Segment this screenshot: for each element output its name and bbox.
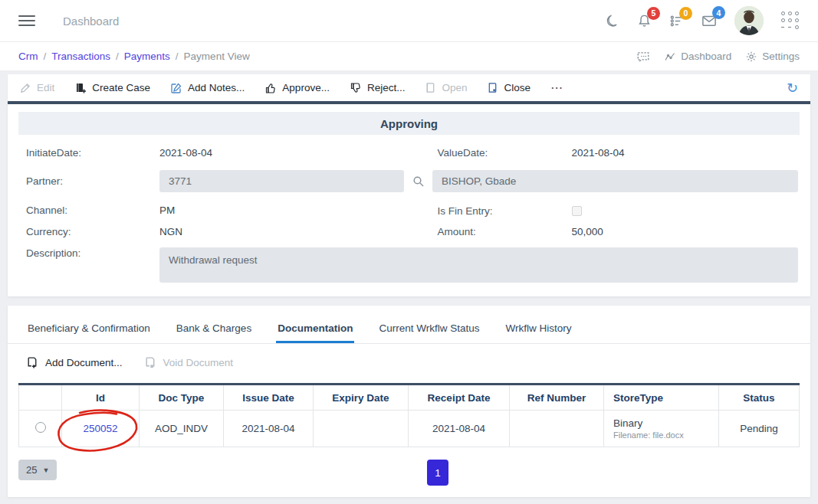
add-notes-button[interactable]: Add Notes... xyxy=(170,82,245,94)
cell-receipt-date: 2021-08-04 xyxy=(409,411,510,447)
pencil-icon xyxy=(20,82,31,93)
bell-badge: 5 xyxy=(647,7,660,20)
dashboard-link[interactable]: Dashboard xyxy=(664,51,731,63)
reject-button-label: Reject... xyxy=(367,82,406,93)
mail-badge: 4 xyxy=(712,6,725,19)
description-textarea[interactable]: Withdrawal request xyxy=(159,247,798,283)
currency-label: Currency: xyxy=(26,226,159,237)
notifications-bell-icon[interactable]: 5 xyxy=(637,14,652,28)
tab-current-wrkflw-status[interactable]: Current Wrkflw Status xyxy=(377,306,481,343)
cell-status: Pending xyxy=(719,411,800,447)
refresh-icon[interactable]: ↻ xyxy=(787,81,798,95)
void-document-button-label: Void Document xyxy=(163,357,234,368)
tab-strip: Beneficiary & Confirmation Bank & Charge… xyxy=(8,306,810,344)
mail-envelope-icon[interactable]: 4 xyxy=(701,13,717,28)
value-date-value: 2021-08-04 xyxy=(572,147,625,159)
thumbs-down-icon xyxy=(350,82,362,94)
col-header-store-type: StoreType xyxy=(604,385,719,411)
initiate-date-value: 2021-08-04 xyxy=(159,147,212,159)
col-header-doc-type: Doc Type xyxy=(140,385,224,411)
trend-chart-icon xyxy=(664,51,676,63)
document-plus-icon xyxy=(26,356,39,369)
col-header-receipt-date: Receipt Date xyxy=(409,385,510,411)
tab-documentation[interactable]: Documentation xyxy=(276,306,354,343)
gear-icon xyxy=(745,51,757,63)
currency-value: NGN xyxy=(159,226,182,237)
detail-tabs-card: Beneficiary & Confirmation Bank & Charge… xyxy=(8,306,810,497)
dark-mode-moon-icon[interactable] xyxy=(606,14,619,28)
tab-wrkflw-history[interactable]: Wrkflw History xyxy=(504,306,573,343)
open-button[interactable]: Open xyxy=(425,82,467,93)
initiate-date-label: InitiateDate: xyxy=(26,147,159,159)
row-select-radio[interactable] xyxy=(35,422,46,433)
page-size-value: 25 xyxy=(26,464,37,476)
breadcrumb: Crm / Transactions / Payments / Payment … xyxy=(0,42,818,71)
settings-link[interactable]: Settings xyxy=(745,51,800,63)
select-column-header xyxy=(19,385,62,411)
open-record-icon xyxy=(425,82,436,93)
partner-name-input[interactable]: BISHOP, Gbade xyxy=(432,170,798,192)
channel-label: Channel: xyxy=(26,205,159,216)
open-button-label: Open xyxy=(442,82,467,93)
more-actions-button[interactable]: ⋯ xyxy=(550,80,563,95)
void-document-button[interactable]: Void Document xyxy=(144,356,234,369)
edit-button[interactable]: Edit xyxy=(20,82,54,93)
col-header-status: Status xyxy=(719,385,800,411)
chat-bubble-icon[interactable] xyxy=(636,50,650,64)
col-header-expiry-date: Expiry Date xyxy=(314,385,409,411)
tab-beneficiary-confirmation[interactable]: Beneficiary & Confirmation xyxy=(26,306,152,343)
partner-code-input[interactable]: 3771 xyxy=(159,170,404,192)
col-header-id: Id xyxy=(62,385,140,411)
channel-value: PM xyxy=(159,205,175,216)
page-size-dropdown[interactable]: 25 ▼ xyxy=(18,460,57,480)
table-row: 250052 AOD_INDV 2021-08-04 2021-08-04 Bi… xyxy=(19,411,800,447)
cell-store-type: Binary Filename: file.docx xyxy=(604,411,719,447)
document-id-link[interactable]: 250052 xyxy=(83,423,117,434)
cell-issue-date: 2021-08-04 xyxy=(224,411,314,447)
partner-search-icon[interactable] xyxy=(412,175,425,188)
is-fin-entry-label: Is Fin Entry: xyxy=(438,205,572,217)
close-button[interactable]: Close xyxy=(487,82,531,93)
is-fin-entry-checkbox[interactable] xyxy=(572,206,582,216)
dashboard-link-label: Dashboard xyxy=(681,51,731,62)
breadcrumb-separator: / xyxy=(176,51,179,62)
partner-label: Partner: xyxy=(26,175,159,187)
breadcrumb-transactions[interactable]: Transactions xyxy=(51,51,110,62)
store-type-filename: Filename: file.docx xyxy=(613,430,718,440)
value-date-label: ValueDate: xyxy=(438,147,572,159)
breadcrumb-current: Payment View xyxy=(184,51,250,62)
hamburger-menu-icon[interactable] xyxy=(18,12,35,29)
create-case-button-label: Create Case xyxy=(92,82,150,93)
col-header-ref-number: Ref Number xyxy=(510,385,604,411)
breadcrumb-crm[interactable]: Crm xyxy=(18,51,38,62)
create-case-button[interactable]: Create Case xyxy=(74,82,150,94)
add-document-button[interactable]: Add Document... xyxy=(26,356,123,369)
close-button-label: Close xyxy=(504,82,531,93)
breadcrumb-separator: / xyxy=(116,51,119,62)
status-header: Approving xyxy=(18,112,800,135)
col-header-issue-date: Issue Date xyxy=(224,385,314,411)
user-avatar[interactable] xyxy=(734,6,764,35)
page-1-button[interactable]: 1 xyxy=(427,460,448,486)
pagination: 25 ▼ 1 xyxy=(8,460,810,486)
note-pencil-icon xyxy=(170,82,182,94)
reject-button[interactable]: Reject... xyxy=(350,82,406,94)
payment-detail-card: Approving InitiateDate: 2021-08-04 Value… xyxy=(8,101,810,296)
amount-value: 50,000 xyxy=(572,226,603,237)
documents-table: Id Doc Type Issue Date Expiry Date Recei… xyxy=(18,383,800,447)
tab-bank-charges[interactable]: Bank & Charges xyxy=(175,306,253,343)
cell-ref-number xyxy=(510,411,604,447)
approve-button[interactable]: Approve... xyxy=(264,82,330,94)
case-plus-icon xyxy=(74,82,87,94)
table-header-row: Id Doc Type Issue Date Expiry Date Recei… xyxy=(19,385,800,411)
top-bar: Dashboard 5 0 4 xyxy=(0,0,818,42)
approve-button-label: Approve... xyxy=(282,82,330,93)
breadcrumb-separator: / xyxy=(44,51,47,62)
thumbs-up-icon xyxy=(264,82,277,94)
chevron-down-icon: ▼ xyxy=(42,466,49,474)
store-type-value: Binary xyxy=(613,417,718,429)
breadcrumb-payments[interactable]: Payments xyxy=(124,51,170,62)
cell-doc-type: AOD_INDV xyxy=(140,411,224,447)
apps-grid-icon[interactable] xyxy=(781,11,800,30)
tasks-queue-icon[interactable]: 0 xyxy=(669,14,684,28)
